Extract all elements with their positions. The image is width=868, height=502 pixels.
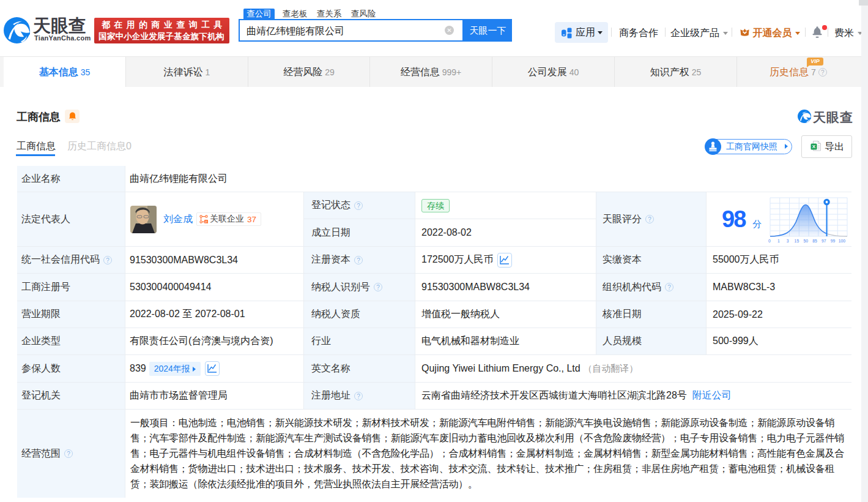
svg-text:97: 97 [822, 239, 826, 243]
svg-text:3: 3 [787, 239, 789, 243]
svg-text:X: X [812, 144, 816, 149]
svg-text:企: 企 [205, 220, 208, 223]
svg-text:85: 85 [812, 239, 817, 243]
svg-text:50: 50 [803, 239, 808, 243]
svg-text:99: 99 [831, 239, 836, 243]
svg-text:100: 100 [839, 239, 846, 243]
svg-text:0: 0 [768, 239, 771, 243]
svg-text:15: 15 [795, 239, 799, 243]
svg-text:1: 1 [777, 239, 780, 243]
